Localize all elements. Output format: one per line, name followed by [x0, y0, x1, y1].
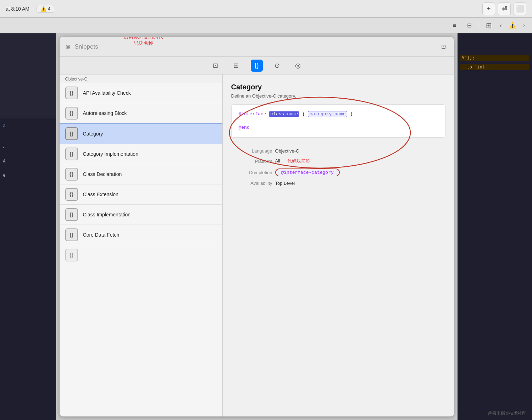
toolbar-divider: [479, 22, 479, 29]
snippets-content: Objective-C {} API Availability Check {}…: [60, 74, 454, 416]
platform-value: All 代码块简称: [274, 156, 445, 166]
main-panel: a a A e ⊜ Snippets 搜索你想使用的代 码块名称 ⊡ ⊡ ⊞ {…: [0, 33, 532, 420]
snippets-collapse-button[interactable]: ⊡: [438, 43, 448, 51]
list-view-button[interactable]: ≡: [449, 21, 460, 31]
snippets-panel: ⊜ Snippets 搜索你想使用的代 码块名称 ⊡ ⊡ ⊞ {} ⊙ ◎ Ob…: [60, 37, 454, 416]
editor-line-4: e: [1, 172, 55, 179]
list-item-label: Core Data Fetch: [83, 232, 120, 238]
snippets-list-icon[interactable]: ⊜: [65, 43, 71, 51]
language-value: Objective-C: [274, 146, 445, 156]
warning-count: 4: [48, 6, 50, 11]
editor-right-line1: 5"]];: [460, 55, 529, 61]
top-bar: at 8:10 AM ⚠️ 4 + ⏎ ⬜: [0, 0, 532, 18]
code-line-2: @end: [239, 124, 438, 132]
completion-text: @interface-category: [278, 169, 337, 176]
warning-icon-toolbar: ⚠️: [508, 22, 517, 29]
editor-area: a a A e: [0, 33, 56, 420]
editor-right-line2: ' to 'int': [460, 64, 529, 70]
list-item-icon: {}: [65, 127, 78, 140]
snippets-title: Snippets: [75, 43, 98, 50]
list-item-label: Category: [83, 131, 103, 137]
snippets-header: ⊜ Snippets 搜索你想使用的代 码块名称 ⊡: [60, 37, 454, 57]
tab-image-icon[interactable]: ⊙: [271, 60, 283, 72]
back-arrow[interactable]: ‹: [498, 22, 503, 29]
detail-title: Category: [231, 83, 445, 91]
meta-row-language: Language Objective-C: [231, 146, 445, 156]
editor-line-1: a: [1, 122, 55, 129]
code-keyword-end: @end: [239, 125, 250, 130]
meta-table: Language Objective-C Platform All 代码块简称 …: [231, 146, 445, 188]
time-display: at 8:10 AM: [6, 6, 29, 12]
editor-line-3: A: [1, 158, 55, 165]
list-item[interactable]: {} Core Data Fetch: [60, 225, 222, 245]
editor-line-2: a: [1, 143, 55, 150]
warning-badge[interactable]: ⚠️ 4: [37, 5, 54, 13]
list-item-label: Category Implementation: [83, 151, 138, 157]
list-item[interactable]: {} Category Implementation: [60, 144, 222, 164]
list-item-icon: {}: [65, 228, 78, 241]
code-preview: @interface class name ( category name ) …: [231, 104, 445, 138]
list-item-icon: {}: [65, 107, 78, 120]
panel-button[interactable]: ⊞: [483, 21, 494, 31]
col-view-button[interactable]: ⊟: [464, 21, 475, 31]
availability-label: Availability: [231, 178, 274, 188]
completion-label: Completion: [231, 166, 274, 178]
layout-button[interactable]: ⬜: [514, 2, 526, 15]
right-editor-strip: 5"]]; ' to 'int': [458, 33, 532, 420]
watermark: @稀土掘金技术社区: [488, 410, 526, 416]
list-item[interactable]: {} Autoreleasing Block: [60, 103, 222, 123]
code-placeholder-categoryname[interactable]: category name: [308, 111, 347, 117]
tab-filter-icon[interactable]: ⊞: [230, 60, 242, 72]
enter-button[interactable]: ⏎: [498, 2, 511, 15]
add-button[interactable]: +: [482, 2, 495, 15]
detail-description: Define an Objective-C category.: [231, 93, 445, 99]
meta-row-availability: Availability Top Level: [231, 178, 445, 188]
list-item-icon: {}: [65, 208, 78, 221]
list-item[interactable]: {} API Availability Check: [60, 83, 222, 103]
tab-color-icon[interactable]: ◎: [292, 60, 304, 72]
top-bar-actions: + ⏎ ⬜: [482, 2, 526, 15]
platform-label: Platform: [231, 156, 274, 166]
language-label: Language: [231, 146, 274, 156]
list-item-label: API Availability Check: [83, 90, 131, 96]
list-item-icon: {}: [65, 188, 78, 201]
list-item[interactable]: {} Class Implementation: [60, 205, 222, 225]
forward-arrow[interactable]: ›: [522, 22, 526, 29]
code-keyword-interface: @interface: [239, 111, 266, 117]
list-item-label: Class Implementation: [83, 212, 131, 217]
list-item-label: Class Declaration: [83, 171, 122, 177]
list-item[interactable]: {}: [60, 245, 222, 265]
toolbar-row: ≡ ⊟ ⊞ ‹ ⚠️ ›: [0, 18, 532, 33]
tab-code-icon[interactable]: {}: [251, 60, 263, 72]
list-item[interactable]: {} Class Extension: [60, 184, 222, 205]
tab-snippets-icon[interactable]: ⊡: [210, 60, 222, 72]
tab-icons-row: ⊡ ⊞ {} ⊙ ◎: [60, 57, 454, 74]
meta-row-completion: Completion @interface-category: [231, 166, 445, 178]
list-item-category[interactable]: {} Category: [60, 123, 222, 144]
list-item-icon: {}: [65, 87, 78, 99]
list-item-label: Class Extension: [83, 192, 118, 197]
list-section-header: Objective-C: [60, 74, 222, 83]
meta-row-platform: Platform All 代码块简称: [231, 156, 445, 166]
completion-value: @interface-category: [274, 166, 445, 178]
list-item-label: Autoreleasing Block: [83, 110, 127, 116]
list-item-icon: {}: [65, 148, 78, 160]
completion-oval: @interface-category: [275, 168, 340, 176]
detail-panel: Category Define an Objective-C category.…: [223, 74, 454, 416]
list-item-icon: {}: [65, 168, 78, 181]
code-line-1: @interface class name ( category name ): [239, 110, 438, 118]
list-item-icon: {}: [65, 249, 78, 261]
list-panel: Objective-C {} API Availability Check {}…: [60, 74, 223, 416]
list-item[interactable]: {} Class Declaration: [60, 164, 222, 184]
availability-value: Top Level: [274, 178, 445, 188]
platform-annotation: 代码块简称: [287, 158, 310, 164]
code-placeholder-classname[interactable]: class name: [269, 111, 299, 117]
warning-icon: ⚠️: [40, 6, 46, 12]
code-preview-container: @interface class name ( category name ) …: [231, 104, 445, 138]
search-annotation: 搜索你想使用的代 码块名称: [123, 37, 163, 46]
